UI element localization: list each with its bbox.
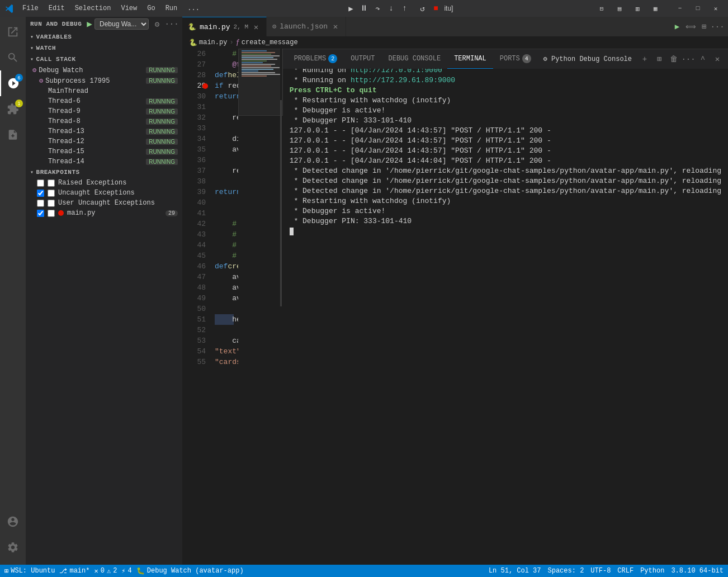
tab-launch-json-close[interactable]: ✕ xyxy=(331,22,340,31)
panel-tab-terminal[interactable]: TERMINAL xyxy=(447,49,493,69)
code-line xyxy=(215,325,234,335)
breakpoint-checkbox[interactable] xyxy=(37,179,44,187)
open-changes-btn[interactable]: ⟺ xyxy=(684,21,697,33)
menu-edit[interactable]: Edit xyxy=(44,3,69,13)
breakpoint-checkbox[interactable] xyxy=(37,210,44,217)
line-number: 49 xyxy=(187,293,206,304)
status-line-ending[interactable]: CRLF xyxy=(617,567,634,575)
tab-main-py-badge: 2, M xyxy=(234,23,248,30)
debug-stop-btn[interactable]: ■ xyxy=(429,2,442,15)
menu-selection[interactable]: Selection xyxy=(70,3,116,13)
tab-main-py[interactable]: 🐍 main.py 2, M ✕ xyxy=(182,17,267,36)
code-line: header = {"title": f"Hey {name}!"} xyxy=(215,314,234,325)
activity-testing[interactable] xyxy=(0,122,26,148)
breadcrumb-function[interactable]: ƒ create_message xyxy=(236,39,298,46)
callstack-item[interactable]: Thread-8RUNNING xyxy=(26,116,182,126)
code-area[interactable]: # @param {Object} res Response to send b… xyxy=(210,49,238,565)
debug-config-select[interactable]: Debug Wa... xyxy=(94,18,149,30)
breadcrumb-file[interactable]: 🐍 main.py xyxy=(189,39,227,47)
add-terminal-btn[interactable]: + xyxy=(639,53,651,65)
code-line: def create_message(name: str, image_url:… xyxy=(215,261,234,272)
line-number: 31 xyxy=(187,102,206,112)
callstack-item[interactable]: ⚙Debug WatchRUNNING xyxy=(26,65,182,75)
terminal-trash-btn[interactable]: 🗑 xyxy=(668,53,680,65)
activity-extensions[interactable]: 1 xyxy=(0,96,26,122)
callstack-item[interactable]: MainThread xyxy=(26,86,182,96)
watch-section-header[interactable]: ▾ WATCH xyxy=(26,42,182,54)
menu-more[interactable]: ... xyxy=(183,3,204,13)
activity-debug[interactable]: 6 xyxy=(0,70,26,96)
cursor-position-label: Ln 51, Col 37 xyxy=(489,567,541,575)
terminal-line: 127.0.0.1 - - [04/Jan/2024 14:43:57] "PO… xyxy=(290,136,721,146)
status-wsl[interactable]: ⊞ WSL: Ubuntu xyxy=(4,567,55,575)
breakpoint-label: main.py xyxy=(67,209,95,217)
debug-pause-btn[interactable]: ⏸ xyxy=(358,2,370,15)
callstack-item[interactable]: Thread-12RUNNING xyxy=(26,136,182,146)
breakpoints-section-header[interactable]: ▾ BREAKPOINTS xyxy=(26,167,182,178)
status-errors[interactable]: ✕ 0 ⚠ 2 xyxy=(94,567,117,575)
callstack-item[interactable]: Thread-15RUNNING xyxy=(26,146,182,157)
menu-view[interactable]: View xyxy=(116,3,141,13)
menu-run[interactable]: Run xyxy=(161,3,182,13)
activity-account[interactable] xyxy=(0,509,26,535)
callstack-section-header[interactable]: ▾ CALL STACK xyxy=(26,54,182,65)
breakpoint-checkbox[interactable] xyxy=(48,190,55,197)
tab-main-py-close[interactable]: ✕ xyxy=(252,22,261,31)
debug-continue-btn[interactable]: ▶ xyxy=(344,2,357,15)
callstack-item[interactable]: Thread-13RUNNING xyxy=(26,126,182,136)
breakpoint-checkbox[interactable] xyxy=(37,200,44,207)
close-btn[interactable]: ✕ xyxy=(708,3,724,14)
breakpoint-checkbox[interactable] xyxy=(48,200,55,207)
panel-more-btn[interactable]: ··· xyxy=(682,53,694,65)
toggle-panel-btn[interactable]: ▥ xyxy=(630,3,645,14)
callstack-item[interactable]: Thread-9RUNNING xyxy=(26,106,182,116)
split-editor-btn[interactable]: ⊞ xyxy=(698,21,710,33)
terminal-content[interactable]: * Running on http://127.0.0.1:9000 * Run… xyxy=(283,69,728,239)
maximize-btn[interactable]: □ xyxy=(690,3,706,14)
panel-close-btn[interactable]: ✕ xyxy=(711,53,724,65)
activity-settings[interactable] xyxy=(0,535,26,560)
debug-more-btn[interactable]: ··· xyxy=(166,18,178,30)
debug-run-icon[interactable]: ▶ xyxy=(87,18,92,30)
status-position[interactable]: Ln 51, Col 37 xyxy=(489,567,541,575)
callstack-item[interactable]: Thread-6RUNNING xyxy=(26,96,182,106)
variables-section-header[interactable]: ▾ VARIABLES xyxy=(26,31,182,42)
status-language[interactable]: Python xyxy=(640,567,664,575)
status-git[interactable]: ⎇ main* xyxy=(59,567,89,575)
more-actions-btn[interactable]: ··· xyxy=(711,21,724,33)
breakpoint-checkbox[interactable] xyxy=(48,179,55,187)
panel-tab-ports[interactable]: PORTS 4 xyxy=(493,49,538,69)
run-file-btn[interactable]: ▶ xyxy=(671,21,683,33)
breakpoint-checkbox[interactable] xyxy=(48,210,55,217)
panel-tab-problems[interactable]: PROBLEMS 2 xyxy=(287,49,344,69)
status-debug-sessions[interactable]: ⚡ 4 xyxy=(121,567,131,575)
minimize-btn[interactable]: − xyxy=(672,3,688,14)
toggle-secondary-sidebar-btn[interactable]: ▦ xyxy=(647,3,663,14)
menu-go[interactable]: Go xyxy=(143,3,159,13)
menu-bar[interactable]: File Edit Selection View Go Run ... xyxy=(18,3,204,13)
customize-layout-btn[interactable]: ⊟ xyxy=(594,3,609,14)
status-encoding[interactable]: UTF-8 xyxy=(590,567,611,575)
breakpoint-checkbox[interactable] xyxy=(37,190,44,197)
activity-search[interactable] xyxy=(0,45,26,70)
panel-tab-output[interactable]: OUTPUT xyxy=(344,49,381,69)
panel-maximize-btn[interactable]: ^ xyxy=(697,53,709,65)
debug-step-into-btn[interactable]: ↓ xyxy=(385,2,397,15)
terminal-split-btn[interactable]: ⊞ xyxy=(653,53,665,65)
debug-step-over-btn[interactable]: ↷ xyxy=(371,2,384,15)
debug-restart-btn[interactable]: ↺ xyxy=(416,2,428,15)
status-debug-label[interactable]: 🐛 Debug Watch (avatar-app) xyxy=(136,567,244,575)
menu-file[interactable]: File xyxy=(18,3,43,13)
editor-content[interactable]: 2627282930313233343536373839404142434445… xyxy=(182,49,283,565)
activity-explorer[interactable] xyxy=(0,19,26,45)
callstack-item[interactable]: ⚙Subprocess 17995RUNNING xyxy=(26,75,182,86)
callstack-item[interactable]: Thread-14RUNNING xyxy=(26,157,182,167)
toggle-primary-sidebar-btn[interactable]: ▤ xyxy=(612,3,627,14)
status-python-version[interactable]: 3.8.10 64-bit xyxy=(671,567,724,575)
debug-step-out-btn[interactable]: ↑ xyxy=(398,2,410,15)
status-spaces[interactable]: Spaces: 2 xyxy=(548,567,584,575)
panel-tab-debug-console[interactable]: DEBUG CONSOLE xyxy=(382,49,448,69)
debug-settings-btn[interactable]: ⚙ xyxy=(151,18,163,30)
minimap[interactable] xyxy=(238,49,283,565)
tab-launch-json[interactable]: ⚙ launch.json ✕ xyxy=(267,17,346,36)
